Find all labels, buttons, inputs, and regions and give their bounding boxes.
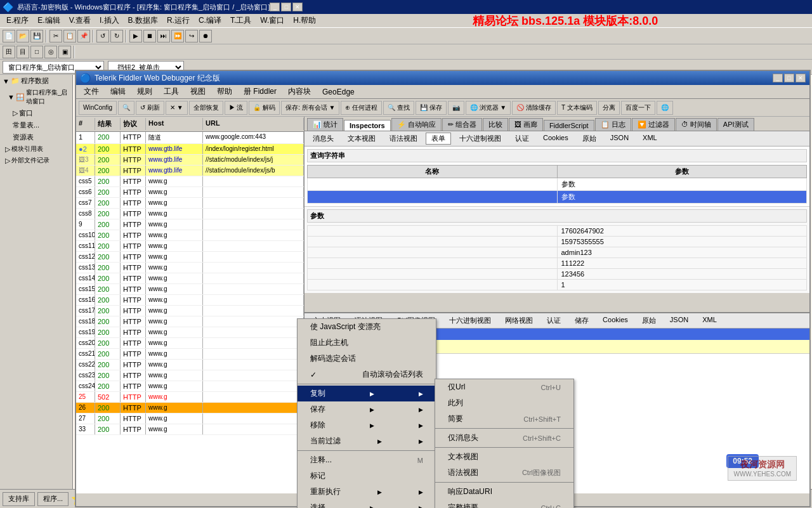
tb-stop[interactable]: ⏹ [143,30,156,42]
sub-ctx-this-col[interactable]: 此列 [435,395,573,411]
tb-baidu[interactable]: 百度一下 [621,101,655,115]
sub-tab-raw[interactable]: 原始 [577,133,602,145]
tb-new[interactable]: 📄 [3,30,15,42]
sub-ctx-full-summary[interactable]: 完整摘要 Ctrl+C [435,500,573,508]
session-row-10[interactable]: css10 200 HTTP www.g [76,230,304,241]
sub-tab-cookies[interactable]: Cookies [537,133,574,145]
menu-db[interactable]: B.数据库 [124,14,162,27]
session-row[interactable]: 1 200 HTTP 随道 www.google.com:443 [76,132,304,144]
tree-item-window-set[interactable]: ▼ 🪟 窗口程序集_启动窗口 [0,87,72,107]
ctx-select[interactable]: 选择 ▶ [298,500,436,508]
tb-globe[interactable]: 🌐 [657,101,673,115]
sub-ctx-datauri[interactable]: 响应DataURI [435,484,573,500]
tb-search-icon[interactable]: 🔍 [118,101,134,115]
tb-breakpoint[interactable]: ⏺ [199,30,212,42]
session-row-24[interactable]: css24 200 HTTP www.g [76,381,304,392]
tb-text-encode[interactable]: T 文本编码 [557,101,597,115]
ctx-decode-session[interactable]: 解码选定会话 [298,351,436,367]
bottom-btn-support[interactable]: 支持库 [3,492,35,506]
menu-edit[interactable]: E.编辑 [34,14,63,27]
tree-item-res[interactable]: 资源表 [0,131,72,143]
sub-tab-xml[interactable]: XML [637,133,663,145]
tab-stats[interactable]: 📊 统计 [307,118,343,131]
session-row-33[interactable]: 33 200 HTTP www.g [76,424,304,435]
tb-btn1[interactable]: 田 [3,46,15,58]
fiddler-minimize[interactable]: _ [773,74,783,82]
tb-find[interactable]: 🔍 查找 [383,101,414,115]
ctx-mark[interactable]: 标记 [298,468,436,484]
session-row-15[interactable]: css15 200 HTTP www.g [76,284,304,295]
ctx-comment[interactable]: 注释... M [298,452,436,468]
ctx-auto-scroll[interactable]: ✓ 自动滚动会话列表 [298,367,436,382]
ctx-rerun[interactable]: 重新执行 ▶ [298,484,436,500]
session-row-9[interactable]: 9 200 HTTP www.g [76,219,304,230]
fiddler-menu-edit[interactable]: 编辑 [105,85,131,98]
tab-filter[interactable]: 🔽 过滤器 [632,118,675,131]
tab-composer[interactable]: ✏ 组合器 [442,118,482,131]
sub-tab-textview[interactable]: 文本视图 [342,133,381,145]
session-row-12[interactable]: css12 200 HTTP www.g [76,252,304,263]
session-row-2[interactable]: ●2 200 HTTP www.gtb.life /index/login/re… [76,144,304,155]
tree-item-data[interactable]: ▼ 📁 程序数据 [0,75,72,87]
tb-step[interactable]: ⏭ [157,30,170,42]
tb-undo[interactable]: ↺ [96,30,109,42]
menu-program[interactable]: E.程序 [3,14,32,27]
sub-tab-syntaxview[interactable]: 语法视图 [384,133,423,145]
sub-tab-json[interactable]: JSON [605,133,634,145]
sub-ctx-headers-only[interactable]: 仅消息头 Ctrl+Shift+C [435,430,573,446]
maximize-button[interactable]: □ [281,3,291,11]
ctx-save[interactable]: 保存 ▶ [298,401,436,417]
session-row-18[interactable]: css18 200 HTTP www.g [76,316,304,327]
session-row-21[interactable]: css21 200 HTTP www.g [76,349,304,360]
session-row-25[interactable]: 25 502 HTTP www.g [76,392,304,403]
sub-ctx-textview[interactable]: 文本视图 [435,449,573,465]
ctx-copy[interactable]: 复制 ▶ [298,386,436,401]
menu-help[interactable]: H.帮助 [289,14,320,27]
tb-winconfig[interactable]: WinConfig [79,101,117,115]
session-row-17[interactable]: css17 200 HTTP www.g [76,306,304,316]
session-row-8[interactable]: css8 200 HTTP www.g [76,209,304,219]
session-row-3[interactable]: 🖼3 200 HTTP www.gtb.life //static/module… [76,155,304,166]
tab-fiddlerscript[interactable]: FiddlerScript [544,120,594,131]
tb-paste[interactable]: 📌 [77,30,90,42]
session-row-4[interactable]: 🖼4 200 HTTP www.gtb.life //static/module… [76,166,304,176]
tb-camera[interactable]: 📷 [448,101,464,115]
session-row-5[interactable]: css5 200 HTTP www.g [76,176,304,187]
resp-sub-tab-store[interactable]: 储存 [569,315,594,327]
session-row-16[interactable]: css16 200 HTTP www.g [76,295,304,306]
tb-browser[interactable]: 🌐 浏览器 ▼ [466,101,511,115]
tb-debug[interactable]: ▶ [129,30,142,42]
session-row-23[interactable]: css23 200 HTTP www.g [76,370,304,381]
menu-run[interactable]: R.运行 [163,14,193,27]
fiddler-menu-rules[interactable]: 规则 [132,85,157,98]
menu-compile[interactable]: C.编译 [195,14,225,27]
tb-split[interactable]: 分离 [598,101,620,115]
fiddler-menu-fiddler[interactable]: 册 Fiddler [239,85,282,98]
ctx-remove[interactable]: 移除 ▶ [298,417,436,433]
sub-tab-form[interactable]: 表单 [426,133,451,145]
sub-ctx-brief[interactable]: 简要 Ctrl+Shift+T [435,411,573,427]
sub-tab-headers[interactable]: 消息头 [307,133,339,145]
fiddler-menu-file[interactable]: 文件 [79,85,104,98]
tab-compare[interactable]: 比较 [483,118,508,131]
session-row-26[interactable]: 26 200 HTTP www.g [76,403,304,414]
resp-sub-tab-hexview[interactable]: 十六进制视图 [443,315,497,327]
tab-auto-response[interactable]: ⚡ 自动响应 [391,118,442,131]
session-row-7[interactable]: css7 200 HTTP www.g [76,198,304,209]
tb-save-all[interactable]: 保存: 所有会话 ▼ [281,101,339,115]
tb-remove[interactable]: ✕ ▼ [166,101,188,115]
tb-open[interactable]: 📂 [16,30,29,42]
session-row-20[interactable]: css20 200 HTTP www.g [76,338,304,349]
fiddler-maximize[interactable]: □ [784,74,794,82]
tb-refresh[interactable]: ↺ 刷新 [136,101,164,115]
ctx-block-host[interactable]: 阻止此主机 [298,335,436,351]
tb-step3[interactable]: ↪ [185,30,198,42]
sub-ctx-syntaxview[interactable]: 语法视图 Ctrl图像视图 [435,465,573,481]
tree-item-window[interactable]: ▷ 窗口 [0,107,72,119]
tree-item-external[interactable]: ▷ 外部文件记录 [0,155,72,166]
menu-insert[interactable]: I.插入 [96,14,123,27]
tb-any-process[interactable]: ⊕ 任何进程 [341,101,382,115]
menu-tools[interactable]: T.工具 [226,14,255,27]
tb-save2[interactable]: 💾 保存 [416,101,447,115]
bottom-btn-program[interactable]: 程序... [37,492,69,506]
